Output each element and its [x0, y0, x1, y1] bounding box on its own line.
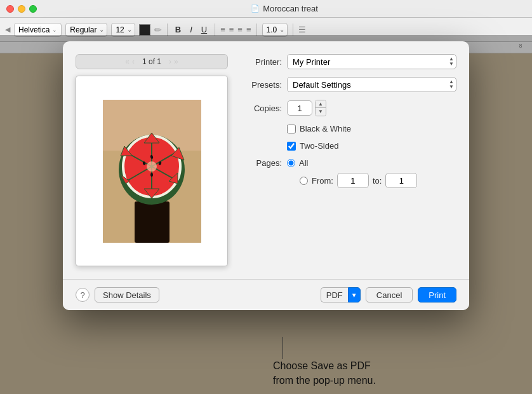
underline-button[interactable]: U [199, 25, 209, 34]
pdf-button-group: PDF ▼ [321, 287, 361, 302]
copies-label: Copies: [241, 104, 282, 113]
copies-stepper-buttons: ▲ ▼ [315, 100, 326, 116]
prev-page-button[interactable]: ‹ [132, 57, 135, 66]
from-to-row: From: 1 to: 1 [300, 173, 417, 188]
pages-all-radio-row: All [287, 158, 308, 168]
dialog-content: « ‹ 1 of 1 › » [63, 41, 469, 279]
align-center-icon[interactable]: ≡ [229, 25, 234, 34]
toolbar-divider-3 [256, 24, 257, 36]
align-justify-icon[interactable]: ≡ [246, 25, 251, 34]
callout-line [283, 337, 283, 359]
color-picker[interactable] [139, 24, 150, 36]
pdf-main-label[interactable]: PDF [321, 287, 348, 302]
copies-row: Copies: 1 ▲ ▼ [241, 100, 456, 116]
pages-section: Pages: All From: 1 to: 1 [241, 158, 456, 188]
preview-image [103, 100, 201, 243]
pages-all-radio[interactable] [287, 159, 295, 167]
align-left-icon[interactable]: ≡ [220, 25, 225, 34]
show-details-button[interactable]: Show Details [95, 287, 159, 302]
window-title: Moroccan treat [263, 4, 318, 13]
two-sided-row: Two-Sided [287, 141, 456, 151]
from-label[interactable]: From: [312, 176, 333, 186]
preview-panel: « ‹ 1 of 1 › » [76, 54, 228, 266]
fullscreen-button[interactable] [29, 5, 37, 13]
page-count: 1 of 1 [142, 57, 161, 66]
pencil-icon[interactable]: ✏ [154, 25, 162, 35]
print-button[interactable]: Print [418, 287, 456, 302]
presets-select-wrapper: Default Settings ▲ ▼ [287, 77, 456, 92]
presets-label: Presets: [241, 80, 282, 90]
title-bar: 📄 Moroccan treat [0, 0, 532, 18]
list-icon[interactable]: ☰ [298, 25, 306, 34]
first-page-button[interactable]: « [125, 57, 130, 66]
last-page-button[interactable]: » [174, 57, 178, 66]
black-white-label[interactable]: Black & White [300, 124, 351, 133]
svg-point-22 [150, 173, 153, 177]
title-bar-center: 📄 Moroccan treat [37, 4, 532, 13]
pdf-dropdown-button[interactable]: ▼ [348, 287, 361, 302]
close-button[interactable] [6, 5, 14, 13]
cancel-button[interactable]: Cancel [366, 287, 413, 302]
dialog-overlay: « ‹ 1 of 1 › » [0, 35, 532, 394]
print-dialog: « ‹ 1 of 1 › » [63, 41, 469, 310]
presets-select[interactable]: Default Settings [287, 77, 456, 92]
copies-input[interactable]: 1 [287, 100, 312, 116]
align-right-icon[interactable]: ≡ [237, 25, 243, 34]
black-white-row: Black & White [287, 124, 456, 133]
two-sided-checkbox[interactable] [287, 142, 296, 151]
document-icon: 📄 [251, 4, 260, 13]
printer-select[interactable]: My Printer [287, 54, 456, 69]
svg-point-23 [147, 161, 157, 172]
toolbar-divider-4 [293, 24, 293, 36]
to-label: to: [373, 176, 382, 186]
toolbar-back-arrow[interactable]: ◀ [5, 25, 10, 34]
toolbar-divider-1 [167, 24, 168, 36]
minimize-button[interactable] [18, 5, 25, 13]
pages-all-label[interactable]: All [299, 158, 308, 168]
pages-from-row: From: 1 to: 1 [241, 173, 456, 188]
two-sided-label[interactable]: Two-Sided [300, 141, 338, 151]
font-family-chevron: ⌄ [52, 27, 57, 33]
svg-rect-3 [135, 201, 170, 243]
callout-annotation: Choose Save as PDFfrom the pop-up menu. [273, 337, 376, 388]
printer-label: Printer: [241, 57, 282, 67]
to-input[interactable]: 1 [385, 173, 417, 188]
black-white-checkbox[interactable] [287, 125, 296, 133]
pages-label: Pages: [241, 158, 282, 168]
toolbar-divider-2 [215, 24, 215, 36]
presets-row: Presets: Default Settings ▲ ▼ [241, 77, 456, 92]
printer-select-wrapper: My Printer ▲ ▼ [287, 54, 456, 69]
settings-panel: Printer: My Printer ▲ ▼ Presets: [241, 54, 456, 266]
page-nav: « ‹ 1 of 1 › » [76, 54, 228, 69]
preview-frame [76, 76, 228, 266]
copies-decrement[interactable]: ▼ [316, 108, 326, 116]
help-button[interactable]: ? [76, 288, 90, 302]
callout-text: Choose Save as PDFfrom the pop-up menu. [273, 359, 376, 388]
pages-all-row: Pages: All [241, 158, 456, 168]
next-page-button[interactable]: › [169, 57, 171, 66]
dialog-footer: ? Show Details PDF ▼ Cancel Print [63, 279, 469, 310]
from-input[interactable]: 1 [337, 173, 369, 188]
window-controls [0, 5, 37, 13]
printer-row: Printer: My Printer ▲ ▼ [241, 54, 456, 69]
pages-from-radio[interactable] [300, 177, 308, 185]
italic-button[interactable]: I [187, 25, 195, 34]
copies-stepper: 1 ▲ ▼ [287, 100, 326, 116]
copies-increment[interactable]: ▲ [316, 100, 326, 108]
bold-button[interactable]: B [173, 25, 183, 34]
